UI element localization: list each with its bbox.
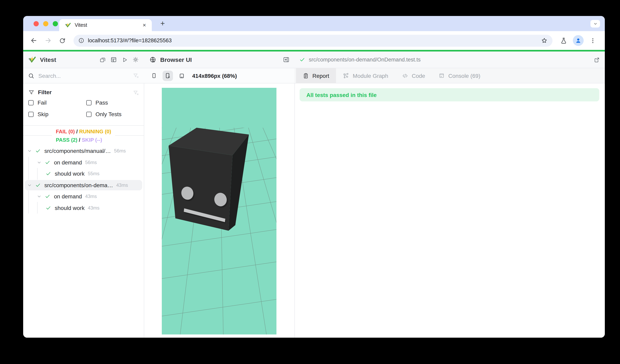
test-file-row[interactable]: src/components/manual/… 56ms: [23, 145, 144, 157]
test-suite-row[interactable]: on demand 56ms: [23, 157, 144, 168]
cube-front-face: [169, 146, 232, 231]
flask-icon: [560, 37, 567, 44]
file-header: src/components/on-demand/OnDemand.test.t…: [294, 51, 605, 68]
new-tab-button[interactable]: +: [157, 18, 168, 29]
info-icon[interactable]: [78, 38, 84, 44]
checkbox-only-tests[interactable]: [86, 112, 92, 117]
phone-portrait-icon[interactable]: [151, 72, 157, 79]
filter-title: Filter: [38, 89, 51, 95]
back-icon: [30, 37, 37, 44]
tab-search-button[interactable]: [590, 20, 600, 28]
sidebar-header: Vitest: [23, 51, 144, 68]
url-bar[interactable]: localhost:5173/#/?file=1828625563: [74, 34, 553, 46]
chevron-down-icon: [593, 22, 597, 26]
zoom-window-button[interactable]: [53, 21, 58, 26]
viewport-size-label: 414x896px (68%): [192, 73, 237, 79]
device-preset-selected[interactable]: [163, 71, 173, 81]
running-count: RUNNING (0): [79, 128, 111, 134]
test-tree: src/components/manual/… 56ms on demand 5…: [23, 145, 144, 214]
search-icon: [28, 73, 34, 79]
vitest-favicon: [65, 22, 71, 28]
profile-avatar[interactable]: [573, 35, 584, 46]
duration: 55ms: [88, 171, 99, 177]
experiments-button[interactable]: [558, 35, 569, 46]
browser-tab[interactable]: Vitest ✕: [59, 19, 152, 31]
forward-button[interactable]: [42, 35, 54, 46]
menu-button[interactable]: [587, 35, 598, 46]
device-toolbar: 414x896px (68%): [144, 68, 294, 83]
kebab-menu-icon: [590, 37, 596, 44]
run-all-icon[interactable]: [122, 57, 128, 63]
chevron-down-icon[interactable]: [37, 194, 42, 199]
minimize-window-button[interactable]: [43, 21, 48, 26]
report-tabs: Report Module Graph Code Console (69): [294, 68, 605, 83]
search-input[interactable]: [38, 73, 118, 79]
filter-option-pass[interactable]: Pass: [86, 99, 144, 106]
tab-module-graph[interactable]: Module Graph: [336, 68, 395, 83]
test-summary: FAIL (0) / RUNNING (0) PASS (2) / SKIP (…: [23, 126, 144, 145]
back-button[interactable]: [28, 35, 39, 46]
test-case-row[interactable]: should work 55ms: [23, 168, 144, 179]
tab-strip: Vitest ✕ +: [23, 16, 605, 31]
close-window-button[interactable]: [33, 21, 39, 26]
filter-icon: [28, 89, 34, 95]
dock-panel-icon[interactable]: [283, 56, 290, 63]
filter-option-fail[interactable]: Fail: [28, 99, 86, 106]
clear-search-filter-icon[interactable]: [133, 73, 139, 79]
close-tab-icon[interactable]: ✕: [141, 22, 148, 29]
duration: 43ms: [88, 205, 99, 211]
bookmark-star-icon[interactable]: [541, 37, 548, 44]
report-panel: src/components/on-demand/OnDemand.test.t…: [294, 51, 605, 338]
browser-ui-panel: Browser UI 414x896px (68%): [144, 51, 294, 338]
open-external-icon[interactable]: [594, 57, 600, 63]
test-suite-row[interactable]: on demand 43ms: [23, 191, 144, 202]
reload-button[interactable]: [57, 35, 68, 46]
tab-report[interactable]: Report: [296, 68, 336, 83]
app-title: Vitest: [40, 56, 99, 63]
checkbox-skip[interactable]: [28, 112, 33, 117]
report-icon: [303, 73, 309, 79]
chevron-down-icon[interactable]: [37, 160, 42, 165]
checkbox-fail[interactable]: [28, 100, 33, 105]
screen: Vitest ✕ + localhost:5173/#/?file=182862…: [0, 0, 620, 364]
vitest-logo: [28, 56, 36, 64]
duration: 43ms: [116, 182, 128, 188]
file-path: src/components/on-demand/OnDemand.test.t…: [309, 57, 594, 63]
skip-count: SKIP (--): [82, 137, 102, 143]
code-icon: [402, 73, 408, 79]
panel-title: Browser UI: [160, 56, 283, 63]
tab-code[interactable]: Code: [395, 68, 432, 83]
console-icon: [439, 73, 445, 79]
pass-check-icon: [35, 182, 41, 188]
sidebar: Vitest Filter: [23, 51, 144, 338]
clear-filter-icon[interactable]: [133, 90, 139, 96]
pass-check-icon: [45, 194, 50, 199]
browser-window: Vitest ✕ + localhost:5173/#/?file=182862…: [23, 16, 605, 338]
pass-check-icon: [299, 57, 305, 63]
duration: 56ms: [85, 160, 97, 165]
module-graph-icon: [343, 73, 349, 79]
duration: 43ms: [85, 194, 97, 199]
checkbox-pass[interactable]: [86, 100, 92, 105]
person-icon: [575, 37, 582, 44]
test-file-row-selected[interactable]: src/components/on-dema… 43ms: [23, 179, 144, 191]
search-row: [23, 68, 144, 83]
pass-check-icon: [46, 171, 51, 177]
dashboard-icon[interactable]: [110, 56, 117, 63]
filter-panel: Filter Fail Pass Skip Only Tests: [23, 83, 144, 126]
pass-check-icon: [35, 148, 41, 154]
filter-option-only-tests[interactable]: Only Tests: [86, 111, 144, 117]
collapse-panels-icon[interactable]: [99, 57, 106, 63]
tab-console[interactable]: Console (69): [432, 68, 487, 83]
tested-app-viewport[interactable]: [162, 88, 277, 335]
pass-count: PASS (2): [56, 137, 78, 143]
filter-option-skip[interactable]: Skip: [28, 111, 86, 117]
url-text[interactable]: localhost:5173/#/?file=1828625563: [88, 38, 172, 44]
theme-toggle-icon[interactable]: [132, 56, 139, 63]
chevron-down-icon[interactable]: [27, 183, 32, 188]
phone-add-icon: [165, 72, 171, 79]
chevron-down-icon[interactable]: [27, 149, 32, 153]
test-case-row[interactable]: should work 43ms: [23, 202, 144, 214]
pass-check-icon: [45, 160, 50, 165]
tablet-icon[interactable]: [179, 73, 185, 79]
